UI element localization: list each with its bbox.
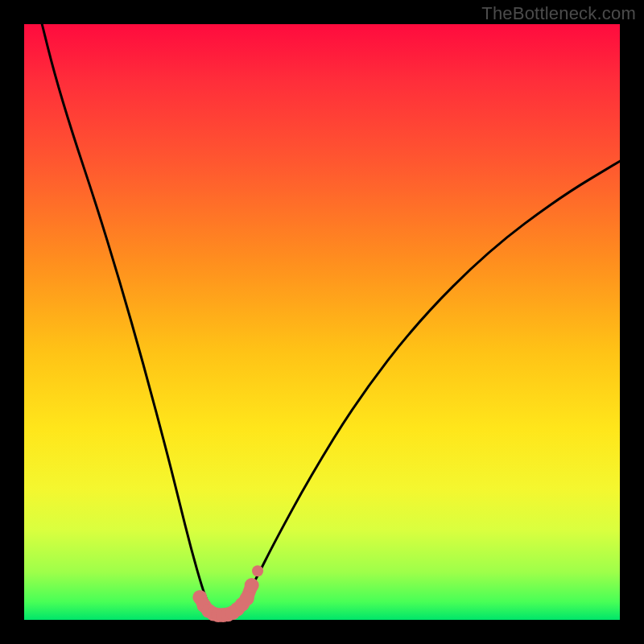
watermark-text: TheBottleneck.com: [481, 3, 636, 24]
marker-dot: [245, 578, 259, 592]
bottleneck-curve: [42, 24, 620, 614]
marker-dot-isolated: [252, 565, 263, 576]
curve-svg: [24, 24, 620, 620]
plot-area: [24, 24, 620, 620]
bottom-marker-group: [192, 565, 263, 622]
chart-frame: TheBottleneck.com: [0, 0, 644, 644]
marker-dot: [240, 591, 254, 605]
